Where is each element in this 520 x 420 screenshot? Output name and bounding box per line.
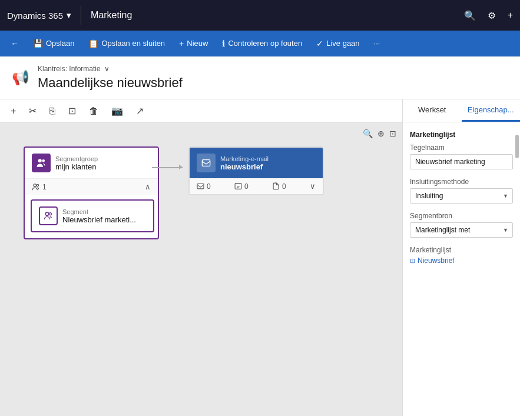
live-label: Live gaan [326,39,359,48]
marketinglijst-label: Marketinglijst [410,246,513,254]
email-node-header: Marketing-e-mail nieuwsbrief [190,148,323,178]
segment-group-chevron[interactable]: ∧ [145,182,151,191]
marketinglijst-link-text: Nieuwsbrief [418,256,455,265]
email-name: nieuwsbrief [220,162,269,171]
field-marketinglijst: Marketinglijst ⊡ Nieuwsbrief [410,246,513,265]
journey-canvas: 🔍 ⊕ ⊡ [0,123,402,416]
more-button[interactable]: ··· [368,35,386,51]
svg-point-4 [45,212,48,215]
email-node-footer: 0 0 0 ∨ [190,178,323,194]
paste-button[interactable]: ⊡ [66,104,78,118]
photo-button[interactable]: 📷 [109,104,125,118]
breadcrumb: Klantreis: Informatie ∨ [38,65,183,73]
check-icon: ℹ [222,39,225,48]
right-panel: Werkset Eigenschap... Marketinglijst Teg… [402,99,520,416]
segment-child-title: Segment Nieuwsbrief marketi... [62,208,136,224]
segmentbron-label: Segmentbron [410,212,513,220]
svg-rect-7 [197,184,204,189]
save-close-button[interactable]: 📋 Opslaan en sluiten [82,35,171,52]
field-segmentbron: Segmentbron Marketinglijst met Segment [410,212,513,238]
tegelnaam-label: Tegelnaam [410,144,513,152]
expand-button[interactable]: ↗ [134,104,146,118]
new-button[interactable]: + Nieuw [173,35,214,52]
panel-tabs: Werkset Eigenschap... [403,99,520,122]
segment-child-node[interactable]: Segment Nieuwsbrief marketi... [31,199,154,232]
page-header: 📢 Klantreis: Informatie ∨ Maandelijkse n… [0,56,520,99]
segment-child-icon [39,206,58,225]
save-button[interactable]: 💾 Opslaan [27,35,80,52]
delete-button[interactable]: 🗑 [87,105,101,118]
save-close-label: Opslaan en sluiten [101,39,165,48]
module-label: Marketing [81,10,141,21]
svg-point-5 [49,213,51,215]
settings-icon[interactable]: ⚙ [488,10,496,21]
brand-label: Dynamics 365 [7,11,63,21]
page-title-area: Klantreis: Informatie ∨ Maandelijkse nie… [38,65,183,91]
nav-icon-area: 🔍 ⚙ + [464,10,513,21]
back-button[interactable]: ← [5,35,25,52]
main-area: + ✂ ⎘ ⊡ 🗑 📷 ↗ 🔍 ⊕ ⊡ [0,99,520,416]
save-label: Opslaan [46,39,74,48]
connector-line [152,167,183,168]
segment-group-icon [32,154,51,172]
segment-group-title: Segmentgroep mijn klanten [55,155,98,171]
copy-button[interactable]: ⎘ [47,105,58,118]
brand-chevron: ▾ [67,10,71,21]
check-label: Controleren op fouten [228,39,302,48]
canvas-toolbar: + ✂ ⎘ ⊡ 🗑 📷 ↗ [0,99,402,123]
svg-rect-6 [202,160,210,166]
marketinglijst-link[interactable]: ⊡ Nieuwsbrief [410,256,513,265]
scroll-indicator [515,135,519,158]
tegelnaam-input[interactable] [410,154,513,169]
page-header-icon: 📢 [12,69,29,86]
count-value: 1 [42,183,47,191]
back-icon: ← [11,39,19,48]
email-count-2: 0 [234,182,249,191]
segment-child-label: Segment [62,208,136,215]
email-label: Marketing-e-mail [220,155,269,162]
segment-count: 1 [32,183,47,191]
check-errors-button[interactable]: ℹ Controleren op fouten [216,35,308,52]
breadcrumb-text: Klantreis: Informatie [38,65,101,73]
canvas-wrapper: + ✂ ⎘ ⊡ 🗑 📷 ↗ 🔍 ⊕ ⊡ [0,99,402,416]
email-node[interactable]: Marketing-e-mail nieuwsbrief 0 0 [188,146,324,195]
segmentbron-select[interactable]: Marketinglijst met Segment [410,222,513,238]
email-icon [197,154,216,172]
field-tegelnaam: Tegelnaam [410,144,513,169]
breadcrumb-chevron: ∨ [104,65,110,73]
save-close-icon: 📋 [88,39,98,48]
add-element-button[interactable]: + [8,105,18,118]
insluitingsmethode-label: Insluitingsmethode [410,178,513,186]
journey-nodes: Segmentgroep mijn klanten 1 ∧ [12,135,390,251]
svg-point-3 [37,184,38,186]
more-icon: ··· [374,39,380,48]
email-chevron[interactable]: ∨ [310,182,316,191]
marketinglijst-link-icon: ⊡ [410,257,415,265]
top-navigation: Dynamics 365 ▾ Marketing 🔍 ⚙ + [0,0,520,31]
insluitingsmethode-wrapper: Insluiting Uitsluiting [410,188,513,204]
svg-point-2 [34,184,37,186]
cut-button[interactable]: ✂ [27,104,39,118]
email-count-3: 0 [272,182,286,191]
tab-werkset[interactable]: Werkset [403,99,462,122]
command-bar: ← 💾 Opslaan 📋 Opslaan en sluiten + Nieuw… [0,31,520,56]
tab-eigenschappen[interactable]: Eigenschap... [462,99,521,122]
add-icon[interactable]: + [508,10,513,21]
panel-section-title: Marketinglijst [410,131,513,139]
search-icon[interactable]: 🔍 [464,10,476,21]
panel-content: Marketinglijst Tegelnaam Insluitingsmeth… [403,122,520,281]
segment-group-node[interactable]: Segmentgroep mijn klanten 1 ∧ [24,146,159,239]
insluitingsmethode-select[interactable]: Insluiting Uitsluiting [410,188,513,204]
brand-area[interactable]: Dynamics 365 ▾ [7,10,81,21]
save-icon: 💾 [33,39,43,48]
svg-point-0 [38,159,42,162]
new-icon: + [179,39,184,48]
field-insluitingsmethode: Insluitingsmethode Insluiting Uitsluitin… [410,178,513,204]
segment-group-name: mijn klanten [55,162,98,171]
email-count-1: 0 [197,182,211,191]
segment-child-name: Nieuwsbrief marketi... [62,215,136,224]
segmentbron-wrapper: Marketinglijst met Segment [410,222,513,238]
svg-point-1 [42,159,45,162]
live-icon: ✓ [316,39,323,48]
go-live-button[interactable]: ✓ Live gaan [310,35,365,52]
